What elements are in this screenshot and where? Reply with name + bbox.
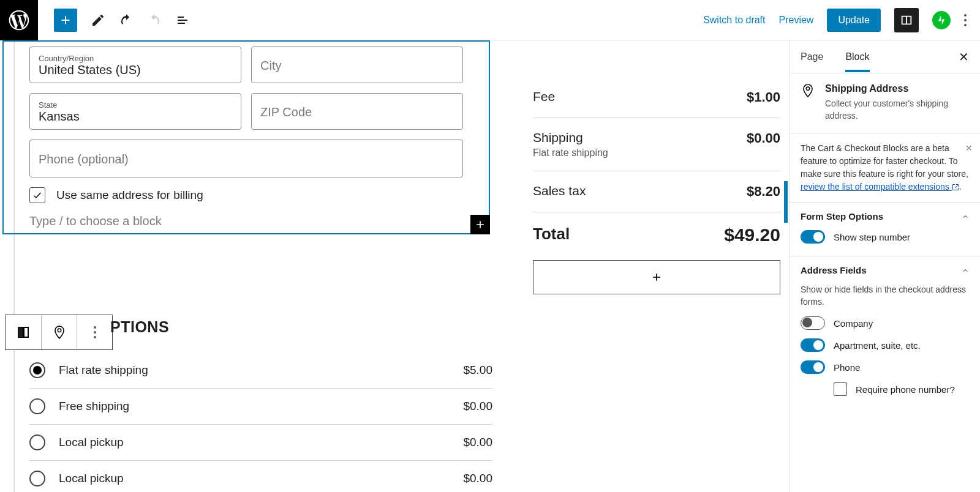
shipping-option-price: $5.00 [463, 363, 492, 377]
state-label: State [39, 100, 232, 110]
country-field[interactable]: Country/Region United States (US) [29, 47, 241, 83]
column-icon [16, 325, 31, 340]
phone-placeholder: Phone (optional) [39, 152, 454, 166]
shipping-option-radio[interactable] [29, 398, 45, 414]
shipping-option-radio[interactable] [29, 362, 45, 378]
close-sidebar-button[interactable]: ✕ [959, 50, 969, 64]
shipping-option-row[interactable]: Local pickup$0.00 [29, 425, 492, 461]
block-appender-button[interactable] [470, 215, 490, 234]
shipping-option-radio[interactable] [29, 471, 45, 486]
shipping-option-price: $0.00 [463, 436, 492, 449]
same-address-label: Use same address for billing [56, 188, 203, 202]
country-label: Country/Region [39, 54, 232, 63]
fee-amount: $1.00 [747, 89, 780, 105]
require-phone-checkbox[interactable] [834, 382, 847, 396]
tab-block[interactable]: Block [845, 42, 869, 72]
document-outline-button[interactable] [175, 13, 190, 28]
update-button[interactable]: Update [827, 9, 881, 32]
dismiss-notice-button[interactable]: ✕ [965, 142, 973, 155]
tax-amount: $8.20 [747, 184, 780, 199]
shipping-sublabel: Flat rate shipping [533, 147, 608, 158]
show-step-number-toggle[interactable] [801, 230, 825, 244]
shipping-options-title-fragment: PTIONS [110, 318, 169, 336]
apartment-label: Apartment, suite, etc. [834, 340, 921, 351]
city-placeholder: City [260, 59, 454, 73]
tab-page[interactable]: Page [801, 42, 823, 72]
form-step-options-panel: Form Step Options Show step number [790, 203, 980, 256]
shipping-option-row[interactable]: Flat rate shipping$5.00 [29, 352, 492, 389]
summary-add-block-button[interactable] [533, 260, 780, 294]
summary-shipping-row: Shipping Flat rate shipping $0.00 [533, 118, 780, 171]
shipping-option-radio[interactable] [29, 434, 45, 450]
undo-icon [119, 13, 134, 28]
external-icon [952, 184, 959, 191]
sidebar-tabs: Page Block ✕ [790, 40, 980, 73]
block-info: Shipping Address Collect your customer's… [790, 73, 980, 133]
plus-icon [59, 13, 72, 27]
location-icon [52, 325, 67, 340]
plus-icon [650, 271, 663, 283]
total-amount: $49.20 [724, 225, 780, 245]
notice-link[interactable]: review the list of compatible extensions [801, 182, 959, 192]
redo-icon [147, 13, 162, 28]
phone-label: Phone [834, 362, 860, 373]
order-summary: Fee $1.00 Shipping Flat rate shipping $0… [533, 84, 780, 294]
summary-fee-row: Fee $1.00 [533, 84, 780, 118]
country-value: United States (US) [39, 63, 232, 77]
fee-label: Fee [533, 89, 555, 104]
preview-link[interactable]: Preview [779, 15, 814, 26]
same-address-checkbox[interactable] [29, 187, 45, 203]
jetpack-button[interactable] [932, 11, 951, 29]
shipping-amount: $0.00 [747, 130, 780, 146]
block-type-button[interactable] [41, 315, 77, 349]
shipping-option-label: Local pickup [59, 472, 124, 485]
parent-block-button[interactable] [6, 315, 41, 349]
settings-toggle-button[interactable] [894, 8, 919, 32]
switch-to-draft-link[interactable]: Switch to draft [703, 15, 765, 26]
notice-text-end: . [959, 182, 962, 192]
summary-total-row: Total $49.20 [533, 212, 780, 258]
sidebar-icon [900, 13, 913, 27]
zip-placeholder: ZIP Code [260, 105, 454, 119]
notice-text: The Cart & Checkout Blocks are a beta fe… [801, 143, 968, 179]
shipping-option-label: Flat rate shipping [59, 363, 148, 377]
company-toggle[interactable] [801, 316, 825, 330]
summary-tax-row: Sales tax $8.20 [533, 171, 780, 212]
wp-logo-button[interactable] [0, 0, 38, 40]
apartment-toggle[interactable] [801, 338, 825, 352]
city-field[interactable]: City [251, 47, 463, 83]
add-block-button[interactable] [54, 9, 77, 32]
panel-toggle[interactable]: Address Fields [801, 265, 969, 275]
pencil-icon [91, 13, 105, 28]
location-icon [801, 83, 816, 100]
shipping-option-price: $0.00 [463, 400, 492, 413]
phone-toggle[interactable] [801, 360, 825, 374]
block-title: Shipping Address [825, 83, 969, 94]
address-fields-panel: Address Fields Show or hide fields in th… [790, 256, 980, 408]
more-options-button[interactable] [964, 14, 967, 26]
editor-topbar: Switch to draft Preview Update [0, 0, 980, 40]
phone-field[interactable]: Phone (optional) [29, 140, 463, 177]
edit-mode-button[interactable] [91, 13, 105, 28]
shipping-option-label: Free shipping [59, 400, 129, 413]
editor-canvas: Country/Region United States (US) City S… [0, 40, 789, 492]
shipping-option-label: Local pickup [59, 436, 124, 449]
shipping-option-row[interactable]: Free shipping$0.00 [29, 389, 492, 425]
shipping-options-list: Flat rate shipping$5.00Free shipping$0.0… [29, 352, 492, 492]
chevron-up-icon [962, 213, 969, 220]
redo-button[interactable] [147, 13, 162, 28]
shipping-address-block[interactable]: Country/Region United States (US) City S… [2, 40, 490, 234]
block-more-button[interactable] [77, 315, 112, 349]
state-value: Kansas [39, 110, 232, 124]
state-field[interactable]: State Kansas [29, 93, 241, 130]
total-label: Total [533, 225, 570, 244]
block-appender-placeholder[interactable]: Type / to choose a block [29, 214, 162, 228]
undo-button[interactable] [119, 13, 134, 28]
check-icon [32, 190, 42, 200]
zip-field[interactable]: ZIP Code [251, 93, 463, 130]
panel-toggle[interactable]: Form Step Options [801, 211, 969, 222]
shipping-option-row[interactable]: Local pickup$0.00 [29, 461, 492, 492]
chevron-up-icon [962, 267, 969, 274]
plus-icon [474, 218, 486, 231]
shipping-label: Shipping [533, 130, 608, 145]
